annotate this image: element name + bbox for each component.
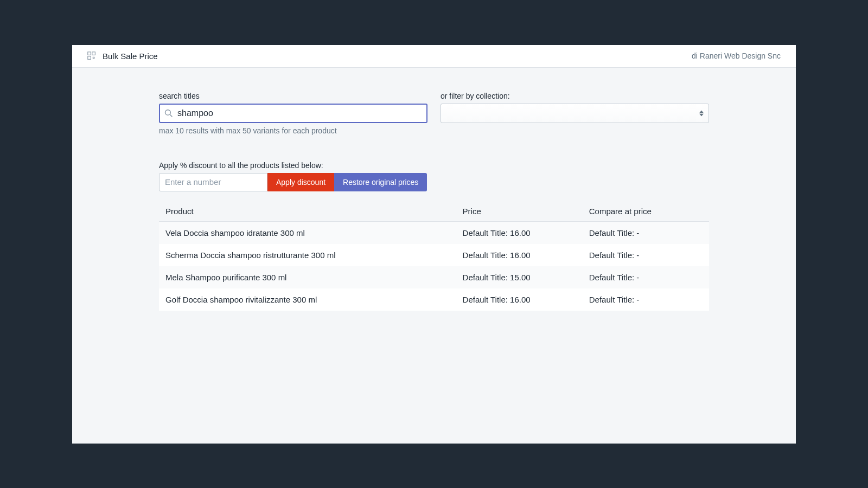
app-icon — [87, 52, 96, 60]
product-compare: Default Title: - — [583, 221, 709, 244]
svg-rect-1 — [92, 52, 95, 55]
svg-line-5 — [170, 114, 172, 117]
collection-col: or filter by collection: — [441, 92, 709, 135]
table-row: Mela Shampoo purificante 300 ml Default … — [159, 266, 709, 288]
discount-row: Apply discount Restore original prices — [159, 173, 709, 191]
collection-select-wrap — [441, 104, 709, 123]
title-bar: Bulk Sale Price di Raneri Web Design Snc — [72, 45, 796, 68]
table-row: Vela Doccia shampoo idratante 300 ml Def… — [159, 221, 709, 244]
search-input-wrap — [159, 104, 427, 123]
search-col: search titles max 10 results with max 50… — [159, 92, 427, 135]
search-input[interactable] — [159, 104, 427, 123]
svg-rect-3 — [93, 57, 94, 58]
search-icon — [164, 109, 173, 118]
vendor-label: di Raneri Web Design Snc — [692, 52, 781, 60]
search-label: search titles — [159, 92, 427, 100]
search-helper: max 10 results with max 50 variants for … — [159, 126, 427, 135]
svg-point-4 — [165, 110, 171, 115]
table-row: Scherma Doccia shampoo ristrutturante 30… — [159, 244, 709, 266]
product-name: Golf Doccia shampoo rivitalizzante 300 m… — [159, 288, 456, 311]
apply-discount-button[interactable]: Apply discount — [267, 173, 334, 191]
product-compare: Default Title: - — [583, 288, 709, 311]
products-table: Product Price Compare at price Vela Docc… — [159, 201, 709, 311]
collection-select[interactable] — [441, 104, 709, 123]
collection-label: or filter by collection: — [441, 92, 709, 100]
product-price: Default Title: 16.00 — [456, 244, 583, 266]
product-name: Vela Doccia shampoo idratante 300 ml — [159, 221, 456, 244]
filter-row: search titles max 10 results with max 50… — [159, 92, 709, 135]
product-compare: Default Title: - — [583, 244, 709, 266]
product-price: Default Title: 16.00 — [456, 288, 583, 311]
svg-rect-2 — [88, 56, 91, 60]
header-price: Price — [456, 201, 583, 222]
product-price: Default Title: 16.00 — [456, 221, 583, 244]
title-bar-left: Bulk Sale Price — [87, 52, 158, 61]
discount-input[interactable] — [159, 173, 267, 191]
table-header-row: Product Price Compare at price — [159, 201, 709, 222]
header-compare: Compare at price — [583, 201, 709, 222]
app-window: Bulk Sale Price di Raneri Web Design Snc… — [72, 45, 796, 444]
restore-prices-button[interactable]: Restore original prices — [334, 173, 427, 191]
header-product: Product — [159, 201, 456, 222]
product-name: Scherma Doccia shampoo ristrutturante 30… — [159, 244, 456, 266]
discount-label: Apply % discount to all the products lis… — [159, 161, 709, 170]
table-row: Golf Doccia shampoo rivitalizzante 300 m… — [159, 288, 709, 311]
page-title: Bulk Sale Price — [103, 52, 158, 61]
svg-rect-0 — [88, 52, 91, 55]
main-content: search titles max 10 results with max 50… — [72, 68, 796, 444]
product-name: Mela Shampoo purificante 300 ml — [159, 266, 456, 288]
product-compare: Default Title: - — [583, 266, 709, 288]
product-price: Default Title: 15.00 — [456, 266, 583, 288]
